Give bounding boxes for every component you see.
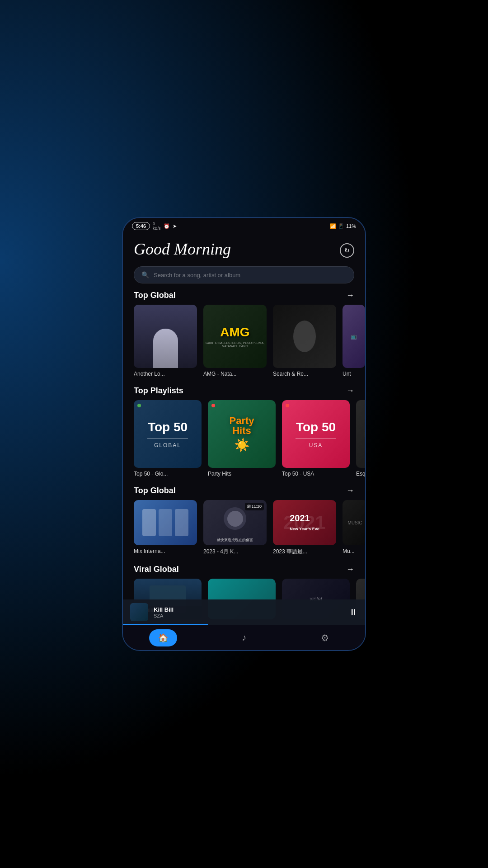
np-info: Kill Bill SZA [154, 606, 343, 618]
vid-label-2023: 2023 - 4月 K... [203, 548, 267, 556]
nav-settings-button[interactable]: ⚙ [311, 629, 338, 647]
top-global-title: Top Global [134, 291, 176, 300]
nav-home-button[interactable]: 🏠 [150, 629, 177, 647]
top-global-card-4[interactable]: 📺 Unt [343, 305, 365, 377]
top-global2-section: Top Global → Mix Int [123, 486, 365, 556]
signal-icon: 📱 [338, 223, 344, 229]
viral-global-header: Viral Global → [123, 565, 365, 579]
top-playlists-arrow[interactable]: → [346, 386, 354, 396]
top-playlists-title: Top Playlists [134, 386, 183, 396]
alarm-icon: ⏰ [164, 223, 170, 229]
np-thumbnail [130, 603, 148, 621]
nav-music-button[interactable]: ♪ [230, 629, 258, 647]
playlist-img-partyhits: Party Hits ☀️ [208, 400, 276, 468]
top-global2-header: Top Global → [123, 486, 365, 500]
np-pause-button[interactable]: ⏸ [349, 607, 358, 618]
nav-settings-icon: ⚙ [321, 632, 329, 643]
main-scroll[interactable]: Good Morning ↻ 🔍 Search for a song, arti… [123, 232, 365, 650]
top-global-card-2[interactable]: AMG GABITO BALLESTEROS, PESO PLUMA,NATAN… [203, 305, 267, 377]
search-icon: 🔍 [141, 271, 149, 278]
card-label-2: AMG - Nata... [203, 371, 267, 377]
card-img-1 [134, 305, 197, 368]
top50-global-sub: GLOBAL [154, 442, 181, 448]
top-global-section: Top Global → Another Lo... [123, 291, 365, 377]
top50-usa-divider [296, 438, 336, 439]
network-speed: 0kB/s [153, 222, 161, 231]
party-hits-art: Party Hits ☀️ [208, 400, 276, 468]
top-global-arrow[interactable]: → [346, 291, 354, 300]
playlist-label-top50global: Top 50 - Glo... [134, 471, 202, 477]
top-playlists-list[interactable]: Top 50 GLOBAL Top 50 - Glo... [123, 400, 365, 477]
top50-global-art: Top 50 GLOBAL [134, 400, 202, 468]
vid-thumb-newyear: 2021New Year's Eve 2021 [273, 500, 336, 545]
viral-global-arrow[interactable]: → [346, 565, 354, 574]
np-controls[interactable]: ⏸ [349, 607, 358, 618]
viral-global-title: Viral Global [134, 565, 179, 574]
card-img-3 [273, 305, 336, 368]
status-bar: 5:46 0kB/s ⏰ ➤ 📶 📱 11% [123, 218, 365, 232]
vid-label-mix: Mix Interna... [134, 548, 197, 554]
top-global-card-3[interactable]: Search & Re... [273, 305, 336, 377]
top50-global-title: Top 50 [148, 420, 188, 434]
wifi-icon: 📶 [330, 223, 336, 229]
playlist-card-esq[interactable]: iF Esq [356, 400, 365, 477]
header: Good Morning ↻ [123, 232, 365, 263]
card-img-4: 📺 [343, 305, 365, 368]
playlist-label-partyhits: Party Hits [208, 471, 276, 477]
playlist-card-top50usa[interactable]: Top 50 USA Top 50 - USA [282, 400, 350, 477]
top-playlists-section: Top Playlists → Top 50 GLOBAL [123, 386, 365, 477]
top-playlists-header: Top Playlists → [123, 386, 365, 400]
top50-usa-sub: USA [309, 442, 323, 448]
vid-thumb-2023: 絲11:20 就快來造成現在的傷害 [203, 500, 267, 545]
playlist-card-top50global[interactable]: Top 50 GLOBAL Top 50 - Glo... [134, 400, 202, 477]
vid-thumb-music: MUSIC [343, 500, 365, 545]
status-left: 5:46 0kB/s ⏰ ➤ [132, 222, 177, 231]
time-display: 5:46 [132, 222, 150, 230]
timestamp-badge: 絲11:20 [245, 503, 264, 510]
nav-home-icon[interactable]: 🏠 [149, 629, 177, 646]
playlist-card-partyhits[interactable]: Party Hits ☀️ Party Hits [208, 400, 276, 477]
np-title: Kill Bill [154, 606, 343, 613]
chinese-subtitle: 就快來造成現在的傷害 [203, 538, 267, 542]
vid-label-newyear: 2023 華語最... [273, 548, 336, 556]
vid-card-2023[interactable]: 絲11:20 就快來造成現在的傷害 2023 - 4月 K... [203, 500, 267, 556]
top-global-list[interactable]: Another Lo... AMG GABITO BALLESTEROS, PE… [123, 305, 365, 377]
refresh-button[interactable]: ↻ [340, 243, 354, 258]
playlist-label-top50usa: Top 50 - USA [282, 471, 350, 477]
top-global-header: Top Global → [123, 291, 365, 305]
vid-label-music: Mu... [343, 548, 365, 554]
vid-thumb-mix [134, 500, 197, 545]
vid-card-newyear[interactable]: 2021New Year's Eve 2021 2023 華語最... [273, 500, 336, 556]
top-global2-arrow[interactable]: → [346, 486, 354, 495]
playlist-img-top50usa: Top 50 USA [282, 400, 350, 468]
playlist-img-top50global: Top 50 GLOBAL [134, 400, 202, 468]
phone-frame: 5:46 0kB/s ⏰ ➤ 📶 📱 11% Good Morning ↻ 🔍 … [122, 217, 366, 651]
np-artist: SZA [154, 613, 343, 618]
vid-card-music[interactable]: MUSIC Mu... [343, 500, 365, 556]
playlist-label-esq: Esq [356, 471, 365, 477]
top-global2-list[interactable]: Mix Interna... 絲11:20 就快來造成現在的傷害 2023 - [123, 500, 365, 556]
card-label-4: Unt [343, 371, 365, 377]
top50-usa-title: Top 50 [296, 420, 336, 434]
card-label-3: Search & Re... [273, 371, 336, 377]
top50-global-divider [147, 438, 188, 439]
location-icon: ➤ [173, 223, 177, 229]
nav-music-icon: ♪ [242, 632, 246, 643]
top-global2-title: Top Global [134, 486, 176, 495]
playlist-img-esq: iF [356, 400, 365, 468]
battery-display: 11% [346, 223, 356, 229]
bottom-nav: 🏠 ♪ ⚙ [123, 625, 365, 650]
status-right: 📶 📱 11% [330, 223, 356, 229]
greeting-text: Good Morning [134, 240, 231, 259]
now-playing-bar[interactable]: Kill Bill SZA ⏸ [123, 599, 365, 625]
card-label-1: Another Lo... [134, 371, 197, 377]
top50-usa-art: Top 50 USA [282, 400, 350, 468]
search-input[interactable]: Search for a song, artist or album [154, 272, 240, 278]
search-bar[interactable]: 🔍 Search for a song, artist or album [134, 266, 354, 283]
card-img-2: AMG GABITO BALLESTEROS, PESO PLUMA,NATAN… [203, 305, 267, 368]
top-global-card-1[interactable]: Another Lo... [134, 305, 197, 377]
vid-card-mix[interactable]: Mix Interna... [134, 500, 197, 556]
